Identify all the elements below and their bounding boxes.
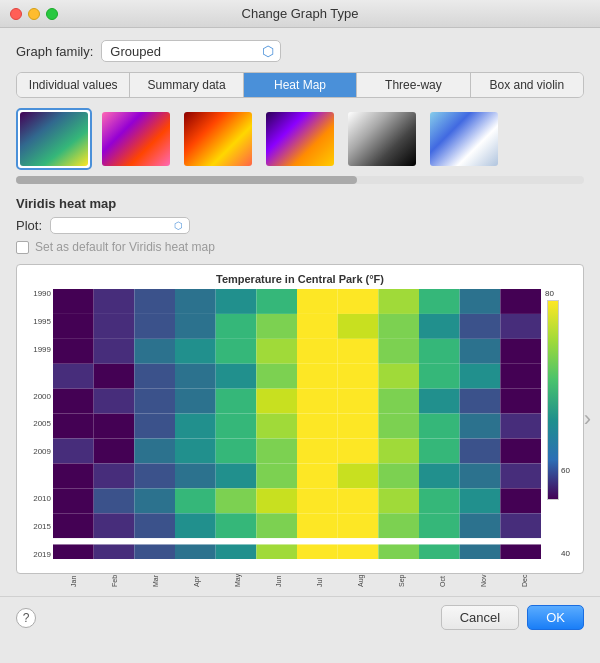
svg-rect-105: [419, 488, 460, 513]
thumb-viridis[interactable]: [16, 108, 92, 170]
svg-rect-122: [94, 544, 135, 559]
svg-rect-126: [256, 544, 297, 559]
svg-rect-16: [216, 314, 257, 339]
legend-min: 40: [561, 549, 570, 558]
svg-rect-64: [216, 414, 257, 439]
svg-rect-78: [297, 439, 338, 464]
tab-heat-map[interactable]: Heat Map: [244, 73, 357, 97]
svg-rect-71: [500, 414, 541, 439]
svg-rect-125: [216, 544, 257, 559]
svg-rect-98: [134, 488, 175, 513]
svg-rect-89: [256, 463, 297, 488]
tab-box-violin[interactable]: Box and violin: [471, 73, 583, 97]
svg-rect-20: [378, 314, 419, 339]
scroll-thumb: [16, 176, 357, 184]
svg-rect-59: [500, 389, 541, 414]
svg-rect-7: [338, 289, 379, 314]
svg-rect-102: [297, 488, 338, 513]
svg-rect-80: [378, 439, 419, 464]
svg-rect-25: [94, 339, 135, 364]
svg-rect-116: [378, 513, 419, 538]
svg-rect-47: [500, 364, 541, 389]
svg-rect-57: [419, 389, 460, 414]
svg-rect-100: [216, 488, 257, 513]
svg-rect-93: [419, 463, 460, 488]
heatmap-svg: [53, 289, 541, 559]
svg-rect-8: [378, 289, 419, 314]
svg-rect-41: [256, 364, 297, 389]
svg-rect-65: [256, 414, 297, 439]
chart-title: Temperature in Central Park (°F): [25, 273, 575, 285]
svg-rect-34: [460, 339, 501, 364]
thumb-fire[interactable]: [180, 108, 256, 170]
svg-rect-123: [134, 544, 175, 559]
svg-rect-74: [134, 439, 175, 464]
cancel-button[interactable]: Cancel: [441, 605, 519, 630]
svg-rect-72: [53, 439, 94, 464]
svg-rect-51: [175, 389, 216, 414]
svg-rect-106: [460, 488, 501, 513]
svg-rect-38: [134, 364, 175, 389]
svg-rect-119: [500, 513, 541, 538]
svg-rect-120: [53, 538, 541, 544]
scroll-bar[interactable]: [16, 176, 584, 184]
thumb-pink[interactable]: [98, 108, 174, 170]
svg-rect-107: [500, 488, 541, 513]
svg-rect-45: [419, 364, 460, 389]
svg-rect-10: [460, 289, 501, 314]
tab-three-way[interactable]: Three-way: [357, 73, 470, 97]
help-button[interactable]: ?: [16, 608, 36, 628]
tab-individual-values[interactable]: Individual values: [17, 73, 130, 97]
svg-rect-0: [53, 289, 94, 314]
svg-rect-12: [53, 314, 94, 339]
svg-rect-129: [378, 544, 419, 559]
svg-rect-1: [94, 289, 135, 314]
svg-rect-28: [216, 339, 257, 364]
svg-rect-130: [419, 544, 460, 559]
thumb-purple[interactable]: [262, 108, 338, 170]
svg-rect-40: [216, 364, 257, 389]
plot-dropdown-icon: ⬡: [174, 220, 183, 231]
default-checkbox[interactable]: [16, 241, 29, 254]
svg-rect-23: [500, 314, 541, 339]
minimize-button[interactable]: [28, 8, 40, 20]
svg-rect-84: [53, 463, 94, 488]
svg-rect-110: [134, 513, 175, 538]
svg-rect-79: [338, 439, 379, 464]
svg-rect-29: [256, 339, 297, 364]
svg-rect-97: [94, 488, 135, 513]
next-arrow[interactable]: ›: [584, 406, 591, 432]
svg-rect-37: [94, 364, 135, 389]
svg-rect-108: [53, 513, 94, 538]
svg-rect-99: [175, 488, 216, 513]
svg-rect-73: [94, 439, 135, 464]
legend-bar: [547, 300, 559, 500]
maximize-button[interactable]: [46, 8, 58, 20]
thumb-blue[interactable]: [426, 108, 502, 170]
preview-container: Temperature in Central Park (°F) 1990 19…: [16, 264, 584, 574]
tab-summary-data[interactable]: Summary data: [130, 73, 243, 97]
default-check-label: Set as default for Viridis heat map: [35, 240, 215, 254]
svg-rect-3: [175, 289, 216, 314]
ok-button[interactable]: OK: [527, 605, 584, 630]
svg-rect-88: [216, 463, 257, 488]
thumb-gray[interactable]: [344, 108, 420, 170]
svg-rect-11: [500, 289, 541, 314]
svg-rect-87: [175, 463, 216, 488]
svg-rect-95: [500, 463, 541, 488]
svg-rect-68: [378, 414, 419, 439]
svg-rect-5: [256, 289, 297, 314]
plot-select[interactable]: ⬡: [50, 217, 190, 234]
svg-rect-67: [338, 414, 379, 439]
graph-family-value: Grouped: [110, 44, 161, 59]
svg-rect-60: [53, 414, 94, 439]
svg-rect-115: [338, 513, 379, 538]
close-button[interactable]: [10, 8, 22, 20]
legend-mid: 60: [561, 466, 570, 475]
svg-rect-50: [134, 389, 175, 414]
svg-rect-131: [460, 544, 501, 559]
svg-rect-54: [297, 389, 338, 414]
graph-family-select[interactable]: Grouped ⬡: [101, 40, 281, 62]
svg-rect-63: [175, 414, 216, 439]
svg-rect-118: [460, 513, 501, 538]
